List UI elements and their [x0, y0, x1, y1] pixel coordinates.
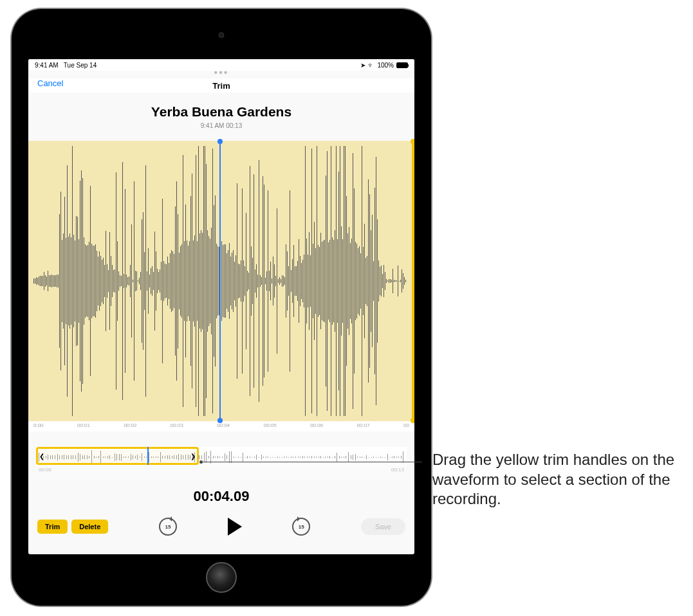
skip-back-15-button[interactable]: 15 — [159, 518, 177, 536]
trim-handle-right[interactable] — [412, 141, 414, 421]
status-date: Tue Sep 14 — [64, 62, 97, 69]
delete-button[interactable]: Delete — [71, 520, 108, 534]
playhead[interactable] — [219, 141, 221, 421]
overview-start-time: 00:00 — [39, 467, 51, 473]
trim-handle-right-icon[interactable]: ❯ — [190, 453, 196, 460]
status-left: 9:41 AM Tue Sep 14 — [35, 62, 97, 69]
waveform-canvas — [33, 141, 409, 421]
trim-button[interactable]: Trim — [37, 520, 68, 534]
time-tick: 00:01 — [77, 422, 90, 431]
recording-title: Yerba Buena Gardens — [28, 93, 414, 120]
time-tick: 00:04 — [217, 422, 230, 431]
battery-icon — [396, 62, 408, 68]
home-button[interactable] — [206, 562, 237, 593]
nav-bar: Cancel Trim — [28, 78, 414, 93]
play-button[interactable] — [228, 518, 242, 536]
battery-percent: 100% — [377, 62, 394, 69]
more-dots-icon[interactable]: ••• — [28, 71, 414, 78]
time-tick: 00:02 — [124, 422, 136, 431]
location-icon: ➤ — [360, 62, 365, 69]
trim-handle-left-icon[interactable]: ❮ — [39, 453, 44, 460]
skip-forward-15-button[interactable]: 15 — [292, 518, 310, 536]
callout-leader-line — [201, 462, 422, 462]
overview-times: 00:00 00:13 — [39, 467, 404, 473]
trim-selection-box[interactable]: ❮ ❯ — [36, 447, 199, 465]
page-title: Trim — [212, 81, 230, 91]
ipad-device-frame: 9:41 AM Tue Sep 14 ➤ ᯤ 100% ••• Cancel T… — [12, 9, 431, 606]
timecode-display: 00:04.09 — [28, 473, 414, 518]
wifi-icon: ᯤ — [368, 62, 374, 69]
time-tick: 00:03 — [171, 422, 183, 431]
time-ticks: 0:0000:0100:0200:0300:0400:0500:0600:070… — [33, 422, 409, 431]
overview-playhead[interactable] — [147, 447, 149, 465]
edit-button-group: Trim Delete — [37, 520, 108, 534]
time-tick: 00:07 — [357, 422, 370, 431]
waveform-overview[interactable]: ❮ ❯ 00:00 00:13 — [36, 447, 407, 473]
controls-row: Trim Delete 15 15 Save — [28, 518, 414, 548]
status-time: 9:41 AM — [35, 62, 59, 69]
camera-dot — [219, 32, 225, 38]
callout-text: Drag the yellow trim handles on the wave… — [432, 450, 690, 509]
waveform-large[interactable]: 0:0000:0100:0200:0300:0400:0500:0600:070… — [28, 141, 414, 431]
time-tick: 00:05 — [264, 422, 277, 431]
time-tick: 0:00 — [33, 422, 44, 431]
recording-subtitle: 9:41 AM 00:13 — [28, 120, 414, 141]
skip-back-label: 15 — [165, 524, 171, 530]
status-right: ➤ ᯤ 100% — [360, 62, 408, 69]
save-button[interactable]: Save — [361, 518, 405, 535]
screen: 9:41 AM Tue Sep 14 ➤ ᯤ 100% ••• Cancel T… — [28, 59, 414, 554]
overview-end-time: 00:13 — [391, 467, 404, 473]
time-tick: 00 — [403, 422, 409, 431]
cancel-button[interactable]: Cancel — [37, 78, 63, 88]
skip-fwd-label: 15 — [299, 524, 304, 530]
time-tick: 00:06 — [310, 422, 323, 431]
